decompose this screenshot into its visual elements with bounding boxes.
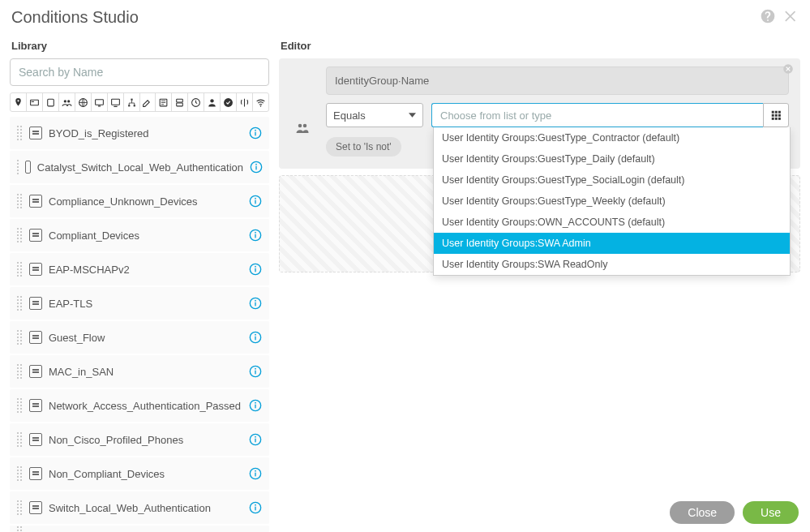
dropdown-option[interactable]: User Identity Groups:GuestType_Contracto… <box>434 127 790 148</box>
svg-point-23 <box>255 164 257 165</box>
filter-wifi-icon[interactable] <box>253 93 268 111</box>
library-item[interactable]: Switch_Local_Web_Authentication <box>10 491 269 524</box>
library-item-label: Compliant_Devices <box>49 230 242 242</box>
svg-point-44 <box>255 402 256 404</box>
operator-select[interactable]: Equals <box>326 103 423 127</box>
svg-rect-13 <box>177 103 183 106</box>
condition-icon <box>29 365 42 378</box>
info-icon[interactable] <box>248 364 263 379</box>
library-item[interactable]: Non_Compliant_Devices <box>10 457 269 490</box>
filter-antenna-icon[interactable] <box>237 93 253 111</box>
filter-server-icon[interactable] <box>172 93 188 111</box>
svg-point-47 <box>255 436 256 438</box>
info-icon[interactable] <box>250 160 263 174</box>
filter-user-icon[interactable] <box>204 93 221 111</box>
drag-handle-icon[interactable] <box>16 526 23 532</box>
filter-clock-icon[interactable] <box>188 93 204 111</box>
info-icon[interactable] <box>248 228 263 242</box>
drag-handle-icon[interactable] <box>16 159 19 175</box>
close-button[interactable]: Close <box>670 501 735 524</box>
close-icon[interactable] <box>782 8 799 27</box>
filter-globe-icon[interactable] <box>75 93 92 111</box>
library-item-label: Catalyst_Switch_Local_Web_Authentication <box>37 161 243 174</box>
filter-location-icon[interactable] <box>11 93 27 111</box>
filter-list-icon[interactable] <box>156 93 172 111</box>
svg-rect-34 <box>255 302 255 307</box>
help-icon[interactable] <box>760 8 776 27</box>
dropdown-option[interactable]: User Identity Groups:SWA ReadOnly <box>434 254 790 275</box>
search-input[interactable] <box>19 66 260 79</box>
svg-rect-57 <box>772 111 774 114</box>
info-icon[interactable] <box>248 194 263 208</box>
library-item-label: Compliance_Unknown_Devices <box>49 195 242 208</box>
drag-handle-icon[interactable] <box>16 227 23 243</box>
drag-handle-icon[interactable] <box>16 431 23 448</box>
filter-check-icon[interactable] <box>221 93 237 111</box>
info-icon[interactable] <box>248 398 263 413</box>
use-button[interactable]: Use <box>743 501 799 524</box>
library-item[interactable]: Compliant_Devices <box>10 219 269 251</box>
info-icon[interactable] <box>248 126 263 140</box>
editor-panel: Editor IdentityGroup·Name Equals <box>279 32 800 532</box>
drag-handle-icon[interactable] <box>16 500 23 516</box>
filter-device-icon[interactable] <box>43 93 59 111</box>
library-item[interactable]: Network_Access_Authentication_Passed <box>10 389 269 422</box>
condition-icon <box>29 433 42 446</box>
filter-desktop-icon[interactable] <box>108 93 124 111</box>
library-list: BYOD_is_Registered Catalyst_Switch_Local… <box>10 117 269 532</box>
library-item[interactable]: EAP-MSCHAPv2 <box>10 253 269 285</box>
drag-handle-icon[interactable] <box>16 363 23 380</box>
drag-handle-icon[interactable] <box>16 397 23 414</box>
drag-handle-icon[interactable] <box>16 466 23 482</box>
info-icon[interactable] <box>248 262 263 277</box>
svg-rect-63 <box>772 118 774 120</box>
clear-condition-icon[interactable] <box>782 63 794 77</box>
library-item[interactable]: EAP-TLS <box>10 287 269 320</box>
svg-point-41 <box>255 368 256 370</box>
drag-handle-icon[interactable] <box>16 125 23 141</box>
attribute-field[interactable]: IdentityGroup·Name <box>326 66 789 95</box>
info-icon[interactable] <box>248 330 263 345</box>
info-icon[interactable] <box>248 432 263 447</box>
set-is-not-toggle[interactable]: Set to 'Is not' <box>326 137 401 157</box>
library-item-label: EAP-TLS <box>49 298 242 310</box>
library-search[interactable] <box>10 58 269 86</box>
svg-rect-65 <box>778 118 781 120</box>
dropdown-option[interactable]: User Identity Groups:OWN_ACCOUNTS (defau… <box>434 212 790 233</box>
svg-point-29 <box>255 232 256 234</box>
filter-tree-icon[interactable] <box>124 93 140 111</box>
drag-handle-icon[interactable] <box>16 295 23 311</box>
library-item[interactable]: Guest_Flow <box>10 321 269 354</box>
library-item[interactable]: Non_Cisco_Profiled_Phones <box>10 423 269 456</box>
dropdown-option[interactable]: User Identity Groups:GuestType_Weekly (d… <box>434 191 790 212</box>
dropdown-option[interactable]: User Identity Groups:GuestType_Daily (de… <box>434 148 790 169</box>
library-item[interactable]: BYOD_is_Registered <box>10 117 269 149</box>
svg-rect-7 <box>111 99 119 105</box>
info-icon[interactable] <box>248 500 263 515</box>
library-item[interactable]: Compliance_Unknown_Devices <box>10 185 269 217</box>
svg-point-38 <box>255 334 256 336</box>
dropdown-option[interactable]: User Identity Groups:SWA Admin <box>434 233 790 254</box>
filter-card-icon[interactable] <box>27 93 43 111</box>
library-item-label: MAC_in_SAN <box>49 366 242 378</box>
grid-picker-icon[interactable] <box>763 103 789 127</box>
filter-monitor-icon[interactable] <box>92 93 108 111</box>
drag-handle-icon[interactable] <box>16 261 23 277</box>
value-dropdown: User Identity Groups:GuestType_Contracto… <box>433 127 791 276</box>
library-item[interactable]: MAC_in_SAN <box>10 355 269 388</box>
filter-edit-icon[interactable] <box>140 93 156 111</box>
library-item-label: EAP-MSCHAPv2 <box>49 264 242 276</box>
dropdown-option[interactable]: User Identity Groups:GuestType_SocialLog… <box>434 169 790 191</box>
drag-handle-icon[interactable] <box>16 329 23 345</box>
library-item[interactable] <box>10 526 269 532</box>
drag-handle-icon[interactable] <box>16 193 23 209</box>
library-item[interactable]: Catalyst_Switch_Local_Web_Authentication <box>10 151 269 183</box>
svg-rect-25 <box>255 200 255 204</box>
value-input[interactable] <box>431 103 763 127</box>
svg-rect-46 <box>255 439 255 443</box>
svg-rect-60 <box>772 114 774 117</box>
condition-icon <box>29 297 42 310</box>
info-icon[interactable] <box>248 296 263 311</box>
info-icon[interactable] <box>248 466 263 481</box>
filter-group-icon[interactable] <box>59 93 75 111</box>
